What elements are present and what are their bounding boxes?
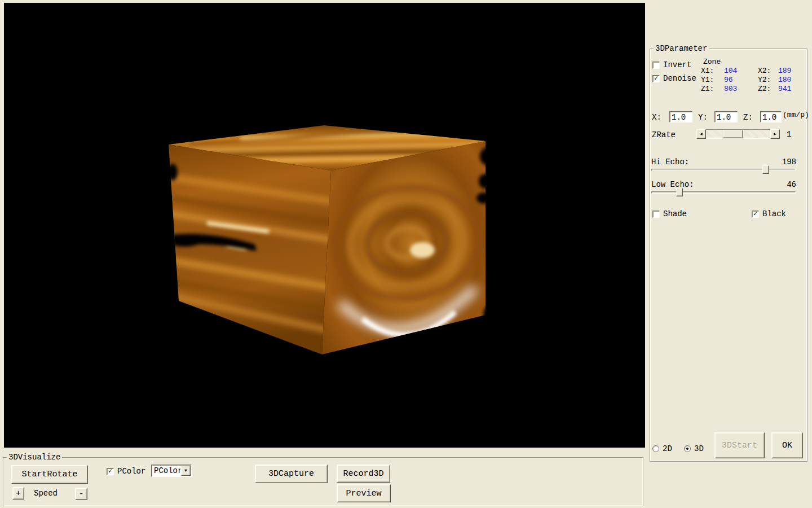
low-echo-slider-thumb[interactable] (676, 188, 683, 196)
pcolor-dropdown-value: PColor (152, 466, 180, 475)
zone-x2-value: 189 (778, 67, 791, 76)
denoise-checkbox[interactable]: ✓ Denoise (652, 74, 696, 83)
black-checkbox-label: Black (762, 209, 786, 218)
check-icon: ✓ (654, 75, 658, 82)
arrow-right-icon: ► (774, 132, 776, 137)
invert-checkbox-box (652, 62, 660, 69)
visualize-groupbox-title: 3DVisualize (7, 453, 62, 462)
z-scale-label: Z: (743, 113, 753, 122)
hi-echo-slider-thumb[interactable] (762, 165, 769, 174)
record3d-button[interactable]: Record3D (337, 465, 390, 483)
zone-x1-label: X1: (701, 67, 714, 76)
start-rotate-button[interactable]: StartRotate (11, 465, 88, 484)
zone-x2-label: X2: (758, 67, 771, 76)
z-scale-input[interactable] (760, 111, 782, 122)
app-window: 3DParameter Invert ✓ Denoise Zone X1: 10… (0, 0, 812, 508)
hi-echo-label: Hi Echo: (651, 157, 689, 167)
zrate-right-arrow-button[interactable]: ► (770, 129, 780, 139)
volume-render (4, 3, 645, 448)
render-viewport[interactable] (4, 3, 645, 448)
radio-2d[interactable]: 2D (652, 444, 672, 453)
speed-label: Speed (34, 489, 58, 498)
shade-checkbox[interactable]: Shade (652, 209, 687, 218)
x-scale-label: X: (652, 113, 661, 122)
y-scale-label: Y: (698, 113, 708, 122)
speed-plus-button[interactable]: + (12, 487, 24, 500)
zrate-scrollbar[interactable]: ◄ ► (696, 129, 780, 139)
3dstart-button[interactable]: 3DStart (714, 432, 765, 458)
shade-checkbox-label: Shade (663, 209, 687, 218)
black-checkbox[interactable]: ✓ Black (752, 209, 786, 218)
zrate-thumb[interactable] (723, 130, 743, 138)
low-echo-label: Low Echo: (651, 180, 694, 189)
chevron-down-icon: ▼ (184, 468, 187, 473)
preview-button[interactable]: Preview (337, 484, 391, 502)
check-icon: ✓ (108, 468, 112, 475)
zone-y1-value: 96 (724, 76, 733, 85)
zone-z2-label: Z2: (758, 85, 771, 94)
zone-title: Zone (703, 58, 721, 67)
parameter-groupbox-title: 3DParameter (654, 44, 709, 53)
radio-3d-label: 3D (694, 444, 704, 453)
speed-minus-button[interactable]: - (75, 488, 87, 500)
pcolor-checkbox[interactable]: ✓ PColor (107, 467, 145, 476)
radio-2d-circle (652, 445, 659, 452)
pcolor-dropdown[interactable]: PColor ▼ (151, 465, 192, 477)
low-echo-slider-track[interactable] (651, 191, 796, 194)
hi-echo-slider-track[interactable] (651, 169, 796, 171)
zone-z1-value: 803 (724, 85, 737, 94)
3dcapture-button[interactable]: 3DCapture (255, 465, 328, 483)
radio-3d-circle (684, 445, 691, 452)
denoise-checkbox-box: ✓ (652, 75, 660, 82)
zrate-track[interactable] (706, 129, 770, 139)
radio-dot (686, 448, 689, 450)
invert-checkbox[interactable]: Invert (652, 60, 691, 69)
scale-unit-label: (mm/p) (783, 111, 809, 120)
y-scale-input[interactable] (714, 111, 738, 122)
radio-2d-label: 2D (663, 444, 672, 453)
zone-y2-value: 180 (778, 76, 791, 85)
check-icon: ✓ (753, 211, 757, 217)
radio-3d[interactable]: 3D (684, 444, 704, 453)
pcolor-checkbox-box: ✓ (107, 468, 114, 475)
invert-checkbox-label: Invert (663, 60, 691, 69)
arrow-left-icon: ◄ (700, 132, 703, 137)
low-echo-value: 46 (774, 180, 796, 189)
black-checkbox-box: ✓ (752, 211, 759, 218)
zone-z2-value: 941 (778, 85, 791, 94)
pcolor-checkbox-label: PColor (117, 467, 145, 476)
zone-y2-label: Y2: (758, 76, 771, 85)
x-scale-input[interactable] (669, 111, 692, 122)
ok-button[interactable]: OK (771, 432, 803, 458)
zone-z1-label: Z1: (701, 85, 714, 94)
zone-x1-value: 104 (724, 67, 737, 76)
zone-y1-label: Y1: (701, 76, 714, 85)
dropdown-arrow-button[interactable]: ▼ (181, 466, 191, 476)
shade-checkbox-box (652, 211, 660, 218)
zrate-label: ZRate (652, 130, 676, 139)
hi-echo-value: 198 (774, 157, 796, 167)
denoise-checkbox-label: Denoise (663, 74, 696, 83)
zrate-left-arrow-button[interactable]: ◄ (696, 129, 706, 139)
zrate-value: 1 (787, 130, 791, 139)
